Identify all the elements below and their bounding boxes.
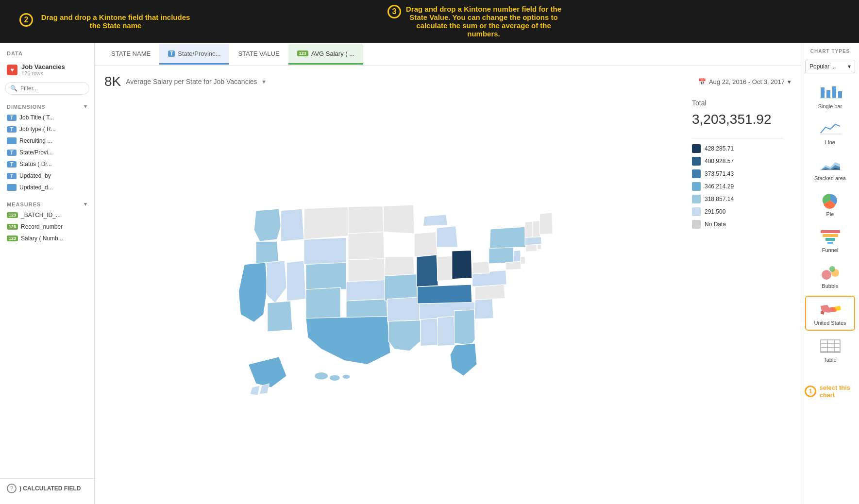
map-container	[104, 94, 684, 496]
dataset-rows: 126 rows	[21, 70, 65, 76]
legend-total-value: 3,203,351.92	[692, 112, 783, 127]
annotation-2-text: Drag and drop a Kintone number field for…	[406, 5, 561, 38]
chart-type-single-bar[interactable]: Single bar	[805, 80, 855, 113]
single-bar-icon	[818, 84, 842, 101]
svg-point-2	[342, 374, 350, 379]
meas-salary[interactable]: 123Salary ( Numb...	[0, 233, 94, 244]
legend-item-4: 346,214.29	[692, 182, 783, 191]
dim-recruiting[interactable]: Recruiting ...	[0, 135, 94, 147]
single-bar-label: Single bar	[818, 103, 842, 109]
funnel-icon	[818, 228, 842, 245]
legend-item-1: 428,285.71	[692, 144, 783, 153]
line-icon	[818, 120, 842, 137]
date-range-chevron[interactable]: ▾	[788, 78, 791, 85]
chart-type-dropdown[interactable]: Popular ... ▾	[805, 60, 855, 73]
stacked-area-icon	[818, 156, 842, 173]
svg-point-20	[829, 266, 835, 272]
annotation-1-circle: 2	[19, 13, 33, 27]
date-range[interactable]: 📅 Aug 22, 2016 - Oct 3, 2017 ▾	[698, 78, 791, 85]
line-label: Line	[825, 139, 835, 145]
svg-rect-15	[823, 234, 838, 237]
svg-rect-5	[832, 86, 836, 98]
dimensions-chevron[interactable]: ▾	[84, 103, 87, 110]
pie-label: Pie	[826, 211, 834, 217]
dataset-item[interactable]: ♥ Job Vacancies 126 rows	[0, 60, 94, 79]
chart-big-num: 8K	[104, 74, 121, 89]
chart-type-pie[interactable]: Pie	[805, 188, 855, 221]
svg-rect-6	[838, 91, 842, 98]
funnel-label: Funnel	[822, 247, 839, 253]
dim-updated-d[interactable]: Updated_d...	[0, 182, 94, 193]
dim-updated-by[interactable]: TUpdated_by	[0, 170, 94, 182]
us-map-svg	[210, 169, 579, 421]
chart-type-funnel[interactable]: Funnel	[805, 224, 855, 257]
annotation-2: 3 Drag and drop a Kintone number field f…	[387, 5, 561, 38]
chart-header: 8K Average Salary per State for Job Vaca…	[104, 74, 791, 89]
chart-type-us-map[interactable]: United States	[805, 296, 855, 331]
us-map-icon	[818, 301, 842, 318]
stacked-area-label: Stacked area	[814, 175, 846, 181]
dimensions-header: DIMENSIONS ▾	[0, 100, 94, 112]
table-label: Table	[824, 357, 836, 363]
calc-field-label: ) CALCULATED FIELD	[19, 485, 81, 492]
map-legend-row: Total 3,203,351.92 428,285.71 400,928.57…	[104, 94, 791, 496]
tab-state-name[interactable]: STATE NAME	[102, 44, 159, 65]
dim-state-prov[interactable]: TState/Provi...	[0, 147, 94, 158]
legend-item-6: 291,500	[692, 207, 783, 216]
center-content: STATE NAME T State/Provinc... STATE VALU…	[95, 43, 801, 504]
meas-batch-id[interactable]: 123_BATCH_ID_...	[0, 209, 94, 221]
right-panel: CHART TYPES Popular ... ▾ Single bar	[801, 43, 859, 504]
svg-rect-4	[826, 90, 830, 98]
svg-rect-17	[827, 242, 833, 244]
chart-type-table[interactable]: Table	[805, 334, 855, 367]
filter-box[interactable]: 🔍	[5, 82, 89, 95]
select-annotation-text: select thischart	[819, 384, 850, 399]
dataset-info: Job Vacancies 126 rows	[21, 63, 65, 76]
chart-area: 8K Average Salary per State for Job Vaca…	[95, 66, 801, 504]
chart-title-group: 8K Average Salary per State for Job Vaca…	[104, 74, 266, 89]
filter-input[interactable]	[20, 85, 84, 92]
main-layout: DATA ♥ Job Vacancies 126 rows 🔍 DIMENSIO…	[0, 43, 859, 504]
meas-record-number[interactable]: 123Record_number	[0, 221, 94, 233]
tab-state-value[interactable]: STATE VALUE	[229, 44, 288, 65]
dim-job-title[interactable]: TJob Title ( T...	[0, 112, 94, 123]
legend-item-2: 400,928.57	[692, 157, 783, 166]
field-tabs: STATE NAME T State/Provinc... STATE VALU…	[95, 43, 801, 66]
chart-title-dropdown[interactable]: ▾	[262, 78, 266, 85]
measures-chevron[interactable]: ▾	[84, 201, 87, 207]
panel-title: CHART TYPES	[805, 49, 855, 54]
chart-type-stacked-area[interactable]: Stacked area	[805, 152, 855, 185]
calculated-field-button[interactable]: ? ) CALCULATED FIELD	[0, 478, 94, 498]
dim-status[interactable]: TStatus ( Dr...	[0, 158, 94, 170]
legend-total-label: Total	[692, 99, 783, 107]
legend-no-data: No Data	[692, 220, 783, 229]
annotation-1-text: Drag and drop a Kintone field that inclu…	[38, 13, 193, 30]
chart-subtitle: Average Salary per State for Job Vacanci…	[126, 78, 257, 85]
us-map-label: United States	[814, 320, 846, 326]
pie-icon	[818, 192, 842, 209]
tab-state-provinc[interactable]: T State/Provinc...	[159, 44, 229, 65]
sidebar: DATA ♥ Job Vacancies 126 rows 🔍 DIMENSIO…	[0, 43, 95, 504]
legend-item-3: 373,571.43	[692, 169, 783, 178]
bubble-label: Bubble	[822, 283, 838, 289]
date-range-text: Aug 22, 2016 - Oct 3, 2017	[709, 78, 785, 85]
dim-job-type[interactable]: TJob type ( R...	[0, 123, 94, 135]
sidebar-data-header: DATA	[0, 49, 94, 60]
svg-rect-14	[821, 230, 840, 233]
svg-point-1	[329, 375, 340, 381]
measures-list: 123_BATCH_ID_... 123Record_number 123Sal…	[0, 209, 94, 244]
dataset-icon: ♥	[7, 65, 17, 75]
dataset-name: Job Vacancies	[21, 63, 65, 70]
annotation-1: 2 Drag and drop a Kintone field that inc…	[19, 13, 193, 30]
chart-type-line[interactable]: Line	[805, 116, 855, 149]
measures-header: MEASURES ▾	[0, 197, 94, 209]
svg-rect-3	[821, 87, 825, 98]
chart-type-bubble[interactable]: Bubble	[805, 260, 855, 293]
calendar-icon: 📅	[698, 78, 706, 85]
tab-avg-salary[interactable]: 123 AVG Salary ( ...	[288, 44, 363, 65]
svg-rect-21	[821, 340, 840, 353]
tab4-badge: 123	[297, 50, 308, 56]
svg-point-0	[314, 372, 328, 380]
bubble-icon	[818, 264, 842, 281]
svg-point-18	[822, 270, 831, 280]
